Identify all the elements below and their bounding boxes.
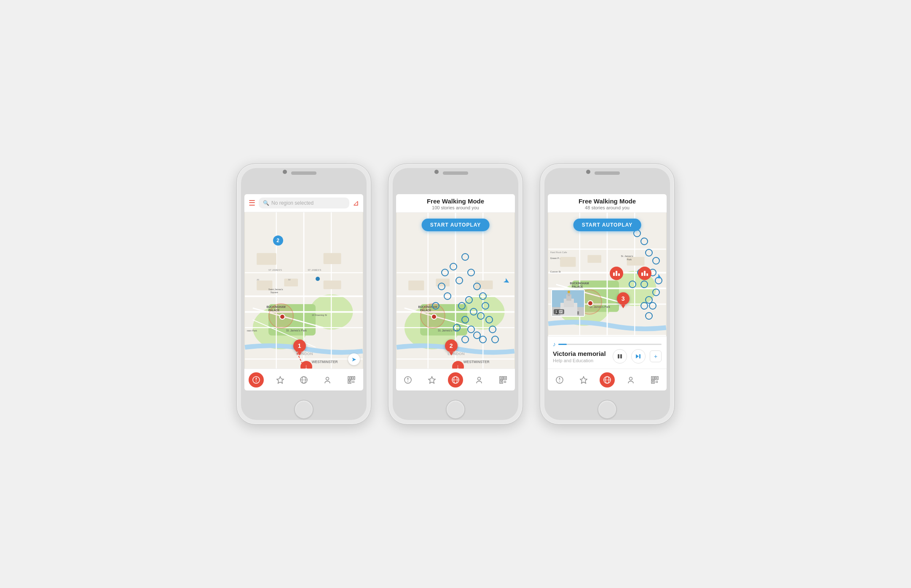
phone-1: BUCKINGHAM PALACE St. James's Park WESTM… [236,163,371,425]
svg-rect-86 [501,377,502,379]
svg-point-140 [630,377,632,380]
svg-point-45 [326,377,329,380]
svg-rect-17 [257,253,276,265]
blue-m3-13 [645,312,653,320]
nav-compass-2[interactable] [400,372,415,388]
nav-qr-2[interactable] [496,372,511,388]
nav-person-3[interactable] [623,372,638,388]
svg-rect-55 [354,382,354,383]
forward-btn-3[interactable] [631,349,646,363]
blue-m-2 [461,253,469,261]
blue-m-10 [477,312,485,320]
menu-icon-1[interactable]: ☰ [249,198,255,208]
autoplay-btn-2[interactable]: START AUTOPLAY [422,219,490,231]
svg-rect-54 [352,382,353,383]
nav-qr-1[interactable] [344,372,359,388]
pause-btn-3[interactable] [613,349,627,363]
svg-rect-142 [652,377,654,379]
audio-controls-3: + [613,349,662,363]
marker-2-blue[interactable]: 2 [273,235,283,246]
phones-container: BUCKINGHAM PALACE St. James's Park WESTM… [220,147,691,441]
phone-2-camera [434,170,439,174]
svg-rect-128 [577,311,579,315]
search-placeholder-1: No region selected [271,200,313,206]
progress-bar-3[interactable] [558,344,662,345]
svg-text:10 Downing St: 10 Downing St [312,314,327,316]
nav-person-2[interactable] [472,372,487,388]
blue-m-14 [453,324,461,331]
phone-1-inner: BUCKINGHAM PALACE St. James's Park WESTM… [241,168,367,420]
search-bar-1[interactable]: 🔍 No region selected [259,198,349,208]
progress-line-3: ♪ [553,341,662,347]
walking-subtitle-3: 48 stories around you [550,205,664,210]
svg-marker-134 [559,377,560,380]
nav-person-1[interactable] [320,372,335,388]
phone-2: BUCKINGHAM PALACE St. James's Park WESTM… [388,163,523,425]
svg-marker-79 [407,380,409,383]
phone-1-home[interactable] [294,400,313,419]
phone-2-screen: BUCKINGHAM PALACE St. James's Park WESTM… [396,194,515,390]
svg-marker-131 [636,354,639,358]
svg-rect-109 [587,255,601,263]
blue-m3-7 [652,289,660,296]
svg-rect-51 [349,381,350,382]
blue-m3-2 [640,238,648,245]
svg-rect-90 [501,381,502,382]
svg-text:A4: A4 [257,279,259,281]
nav-globe-2[interactable] [448,372,463,388]
phone-3-home[interactable] [598,400,617,419]
svg-rect-91 [504,381,505,382]
phone-2-home[interactable] [446,400,465,419]
nav-arrow-1[interactable]: ➤ [348,353,360,365]
phone-2-inner: BUCKINGHAM PALACE St. James's Park WESTM… [393,168,518,420]
svg-text:PALACE: PALACE [572,285,583,288]
autoplay-btn-3[interactable]: START AUTOPLAY [573,219,641,231]
bookmark-btn-3[interactable]: + [650,350,662,362]
nav-qr-3[interactable] [647,372,662,388]
svg-text:ST JAMES'S: ST JAMES'S [308,269,321,271]
svg-text:Curzon St: Curzon St [550,270,561,273]
nav-star-2[interactable] [424,372,439,388]
svg-text:WESTMINSTER: WESTMINSTER [464,360,490,364]
bar-marker-1[interactable] [610,267,623,280]
phone-3-bottomnav [548,369,667,390]
blue-m-8 [458,302,466,310]
filter-icon-1[interactable]: ⊿ [353,198,359,208]
svg-rect-129 [618,354,619,358]
thumbnail-3[interactable]: 1 🖼 [551,289,585,317]
svg-rect-69 [408,281,424,290]
nav-star-1[interactable] [273,372,288,388]
svg-marker-40 [255,380,257,383]
nav-compass-1[interactable] [249,372,264,388]
svg-rect-132 [639,354,640,358]
phone-1-screen: BUCKINGHAM PALACE St. James's Park WESTM… [244,194,363,390]
svg-marker-39 [255,377,257,380]
phone-1-map: BUCKINGHAM PALACE St. James's Park WESTM… [244,194,363,390]
marker-2-red[interactable]: 2 [445,339,458,352]
blue-m-21 [438,283,445,290]
blue-m-25 [491,336,499,343]
nav-globe-3[interactable] [600,372,615,388]
svg-rect-18 [324,253,341,264]
svg-rect-144 [656,377,657,379]
svg-marker-78 [407,377,409,380]
svg-rect-52 [352,381,353,382]
svg-text:Green P...: Green P... [550,257,561,259]
blue-m-23 [432,302,439,310]
svg-rect-108 [560,257,576,267]
svg-point-126 [568,291,570,293]
nav-compass-3[interactable] [552,372,567,388]
thumb-counter-3: 1 🖼 [554,309,564,314]
nav-star-3[interactable] [576,372,591,388]
svg-text:reen Park: reen Park [247,329,257,332]
blue-m-5 [473,283,481,290]
svg-marker-80 [429,377,435,383]
place-subtitle-3: Help and Education [553,358,606,363]
marker-3-red[interactable]: 3 [617,292,630,305]
svg-text:BUCKINGHAM: BUCKINGHAM [570,282,589,285]
music-icon-3: ♪ [553,341,556,347]
walking-title-3: Free Walking Mode [550,198,664,205]
nav-globe-1[interactable] [296,372,311,388]
phone-3-camera [586,170,590,174]
marker-1-red[interactable]: 1 [293,339,306,352]
